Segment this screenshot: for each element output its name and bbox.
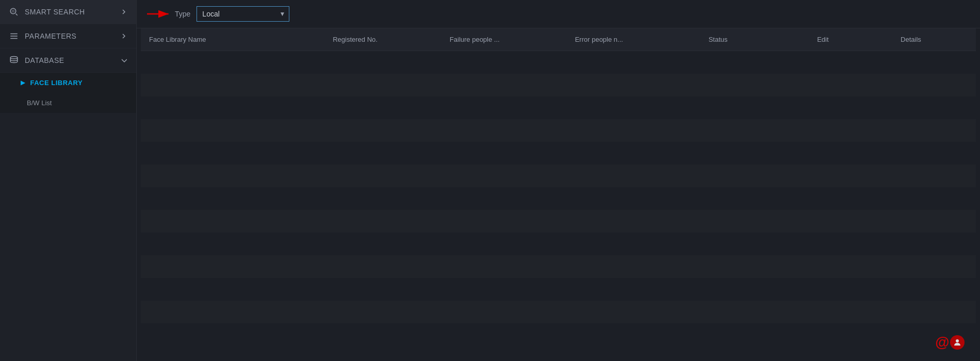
table-cell — [700, 96, 809, 119]
table-cell — [141, 233, 324, 255]
table-cell — [141, 187, 324, 210]
table-row — [141, 210, 976, 233]
table-cell — [141, 278, 324, 301]
table-row — [141, 301, 976, 323]
table-row — [141, 255, 976, 278]
table-cell — [700, 278, 809, 301]
table-cell — [892, 278, 976, 301]
chevron-right-icon-2 — [121, 33, 127, 39]
table-cell — [324, 165, 442, 187]
sidebar-item-smart-search-label: SMART SEARCH — [25, 8, 85, 16]
svg-point-5 — [10, 57, 18, 59]
arrow-indicator — [147, 9, 173, 19]
table-cell — [892, 301, 976, 323]
table-cell — [324, 301, 442, 323]
sidebar-item-parameters-label: PARAMETERS — [25, 32, 76, 40]
table-cell — [567, 210, 700, 233]
type-select-wrapper: Local Remote ▼ — [197, 6, 289, 22]
chevron-right-icon — [121, 9, 127, 15]
table-cell — [324, 142, 442, 165]
table-cell — [442, 278, 567, 301]
table-row — [141, 74, 976, 96]
sidebar-item-smart-search[interactable]: SMART SEARCH — [0, 0, 136, 24]
sidebar-item-bw-list-label: B/W List — [27, 99, 52, 107]
data-table: Face Library Name Registered No. Failure… — [141, 28, 976, 323]
table-cell — [567, 301, 700, 323]
table-cell — [809, 210, 892, 233]
table-cell — [567, 51, 700, 74]
table-cell — [892, 74, 976, 96]
table-cell — [324, 96, 442, 119]
table-cell — [700, 233, 809, 255]
col-header-details: Details — [892, 28, 976, 51]
table-row — [141, 142, 976, 165]
table-cell — [324, 187, 442, 210]
sidebar-item-parameters[interactable]: PARAMETERS — [0, 24, 136, 48]
table-cell — [892, 96, 976, 119]
table-cell — [324, 119, 442, 142]
table-header-row: Face Library Name Registered No. Failure… — [141, 28, 976, 51]
table-cell — [141, 301, 324, 323]
table-cell — [567, 119, 700, 142]
table-cell — [141, 255, 324, 278]
table-cell — [700, 165, 809, 187]
table-cell — [700, 255, 809, 278]
table-cell — [567, 74, 700, 96]
type-label: Type — [175, 10, 190, 18]
table-row — [141, 96, 976, 119]
table-cell — [892, 233, 976, 255]
sidebar-item-face-library[interactable]: ▶ FACE LIBRARY — [0, 73, 136, 93]
table-row — [141, 119, 976, 142]
table-cell — [442, 165, 567, 187]
type-select[interactable]: Local Remote — [197, 6, 289, 22]
table-cell — [892, 142, 976, 165]
top-bar: Type Local Remote ▼ — [137, 0, 980, 28]
table-cell — [442, 74, 567, 96]
table-cell — [442, 119, 567, 142]
table-cell — [442, 51, 567, 74]
col-header-error: Error people n... — [567, 28, 700, 51]
table-row — [141, 165, 976, 187]
table-cell — [700, 210, 809, 233]
col-header-name: Face Library Name — [141, 28, 324, 51]
table-cell — [141, 119, 324, 142]
table-cell — [809, 51, 892, 74]
col-header-failure: Failure people ... — [442, 28, 567, 51]
table-cell — [700, 51, 809, 74]
search-icon — [9, 7, 19, 17]
logo-at-symbol: @ — [935, 334, 949, 351]
table-cell — [567, 278, 700, 301]
table-cell — [141, 142, 324, 165]
watermark-logo: @ — [935, 334, 965, 351]
table-cell — [892, 187, 976, 210]
sidebar-item-face-library-label: FACE LIBRARY — [30, 79, 83, 87]
svg-point-1 — [12, 10, 14, 12]
database-icon — [9, 56, 19, 65]
logo-circle — [950, 335, 965, 350]
table-cell — [442, 301, 567, 323]
table-cell — [809, 278, 892, 301]
col-header-registered: Registered No. — [324, 28, 442, 51]
table-row — [141, 278, 976, 301]
table-cell — [809, 74, 892, 96]
sidebar-item-database[interactable]: DATABASE — [0, 48, 136, 73]
table-cell — [442, 142, 567, 165]
table-cell — [567, 233, 700, 255]
col-header-status: Status — [700, 28, 809, 51]
table-cell — [700, 119, 809, 142]
sidebar-item-bw-list[interactable]: B/W List — [0, 93, 136, 113]
table-cell — [700, 142, 809, 165]
table-cell — [442, 233, 567, 255]
table-cell — [567, 142, 700, 165]
table-row — [141, 187, 976, 210]
table-cell — [809, 119, 892, 142]
list-icon — [9, 31, 19, 41]
table-cell — [567, 96, 700, 119]
table-cell — [892, 165, 976, 187]
table-cell — [141, 96, 324, 119]
table-cell — [442, 187, 567, 210]
chevron-down-icon — [121, 57, 127, 63]
table-cell — [442, 96, 567, 119]
table-cell — [892, 210, 976, 233]
table-cell — [809, 255, 892, 278]
